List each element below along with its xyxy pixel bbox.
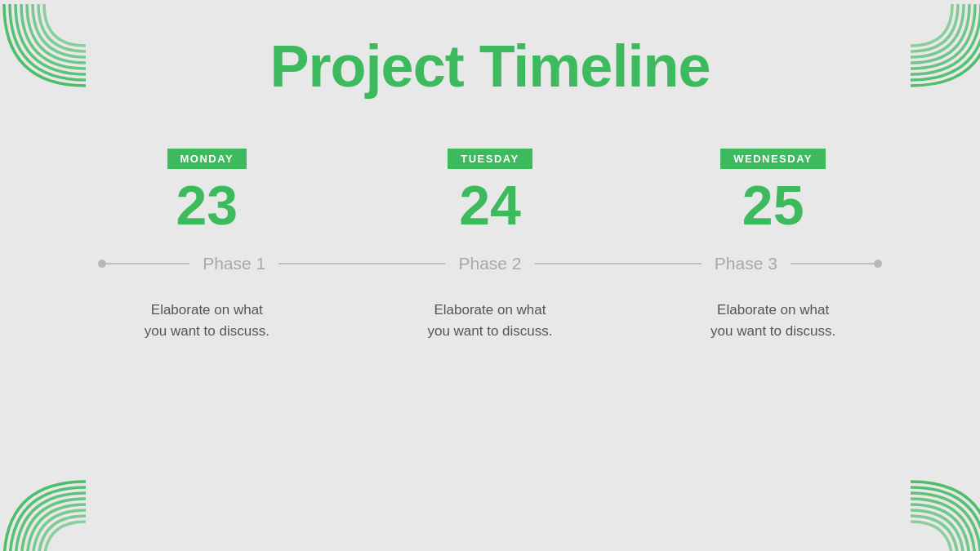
phase-description-block-2: Elaborate on what you want to discuss. xyxy=(376,300,604,341)
phase-description-block-3: Elaborate on what you want to discuss. xyxy=(659,300,888,341)
corner-decoration-bottom-left xyxy=(0,461,90,551)
timeline-line-1a xyxy=(106,263,189,264)
timeline-line-2b xyxy=(535,263,618,264)
timeline-line-1b xyxy=(278,263,362,264)
phase-label-3: Phase 3 xyxy=(702,254,791,273)
timeline-dot-start xyxy=(98,260,106,268)
dates-row: MONDAY 23 TUESDAY 24 WEDNESDAY 25 xyxy=(65,149,915,247)
phase-desc-3-line1: Elaborate on what xyxy=(717,302,829,318)
day-badge-1: MONDAY xyxy=(167,149,247,169)
phase-description-1: Elaborate on what you want to discuss. xyxy=(145,300,270,341)
day-badge-3: WEDNESDAY xyxy=(720,149,826,169)
page-title: Project Timeline xyxy=(270,33,710,100)
timeline-line-2a xyxy=(362,263,445,264)
day-number-3: 25 xyxy=(742,177,804,233)
phase-block-2: TUESDAY 24 xyxy=(376,149,604,247)
main-content: Project Timeline MONDAY 23 TUESDAY 24 WE… xyxy=(0,0,980,551)
corner-decoration-top-left xyxy=(0,0,90,90)
corner-decoration-bottom-right xyxy=(890,461,980,551)
phase-label-1: Phase 1 xyxy=(189,254,278,273)
phase-desc-3-line2: you want to discuss. xyxy=(710,323,835,339)
phase-desc-2-line1: Elaborate on what xyxy=(434,302,546,318)
day-number-2: 24 xyxy=(459,177,521,233)
phase-block-1: MONDAY 23 xyxy=(92,149,321,247)
phase-description-3: Elaborate on what you want to discuss. xyxy=(710,300,835,341)
day-badge-2: TUESDAY xyxy=(448,149,532,169)
phase-desc-2-line2: you want to discuss. xyxy=(427,323,552,339)
phase-desc-1-line2: you want to discuss. xyxy=(145,323,270,339)
timeline-line-3a xyxy=(618,263,702,264)
corner-decoration-top-right xyxy=(890,0,980,90)
descriptions-row: Elaborate on what you want to discuss. E… xyxy=(65,300,915,341)
day-number-1: 23 xyxy=(176,177,238,233)
phase-label-2: Phase 2 xyxy=(445,254,534,273)
timeline-line-3b xyxy=(791,263,874,264)
phase-description-block-1: Elaborate on what you want to discuss. xyxy=(92,300,321,341)
phase-desc-1-line1: Elaborate on what xyxy=(151,302,263,318)
phase-description-2: Elaborate on what you want to discuss. xyxy=(427,300,552,341)
phase-block-3: WEDNESDAY 25 xyxy=(659,149,888,247)
timeline-dot-end xyxy=(874,260,882,268)
timeline-strip: Phase 1 Phase 2 Phase 3 xyxy=(65,254,915,273)
